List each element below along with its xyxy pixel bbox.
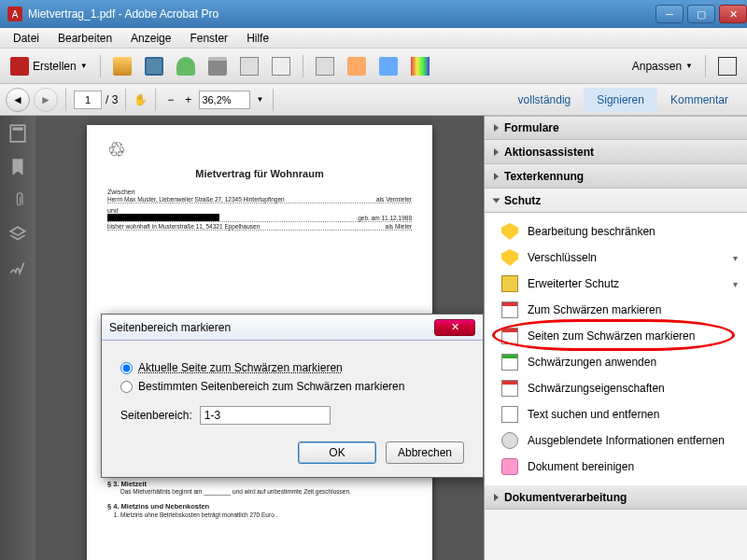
combine-icon xyxy=(347,57,366,76)
redacted-name xyxy=(107,214,219,221)
window-titlebar: A Mietvertrag_1.pdf - Adobe Acrobat Pro … xyxy=(0,0,747,28)
panel-texterkennung[interactable]: Texterkennung xyxy=(485,164,747,189)
ok-button[interactable]: OK xyxy=(298,441,376,464)
item-advanced-security[interactable]: Erweiterter Schutz▾ xyxy=(485,271,747,297)
close-button[interactable]: ✕ xyxy=(719,5,747,23)
shield-yellow-icon xyxy=(501,249,518,266)
tools-link[interactable]: vollständig xyxy=(505,88,585,112)
scan-button[interactable] xyxy=(311,53,339,79)
item-apply-redactions[interactable]: Schwärzungen anwenden xyxy=(485,349,747,375)
main-toolbar: Erstellen ▼ Anpassen ▼ xyxy=(0,49,747,84)
comment-link[interactable]: Kommentar xyxy=(657,88,741,112)
recycle-icon: ♲ xyxy=(107,138,126,161)
save-button[interactable] xyxy=(140,53,168,79)
chevron-right-icon xyxy=(494,494,499,501)
redact-pages-icon xyxy=(501,328,518,344)
zoom-in-button[interactable]: + xyxy=(181,93,195,106)
zoom-input[interactable] xyxy=(199,91,250,109)
scan-icon xyxy=(316,57,334,76)
mark-page-range-dialog: Seitenbereich markieren ✕ Aktuelle Seite… xyxy=(101,314,484,478)
combine-button[interactable] xyxy=(343,53,371,79)
create-pdf-button[interactable]: Erstellen ▼ xyxy=(6,53,92,79)
zoom-out-button[interactable]: − xyxy=(163,93,177,106)
sign-link[interactable]: Signieren xyxy=(584,88,657,112)
page-total: / 3 xyxy=(106,93,118,106)
item-remove-hidden-info[interactable]: Ausgeblendete Informationen entfernen xyxy=(485,427,747,454)
redact-props-icon xyxy=(501,380,518,397)
panel-schutz[interactable]: Schutz xyxy=(485,189,747,213)
sanitize-icon xyxy=(501,458,518,475)
radio-current-page[interactable]: Aktuelle Seite zum Schwärzen markieren xyxy=(120,361,464,374)
dialog-close-button[interactable]: ✕ xyxy=(434,319,475,336)
svg-rect-1 xyxy=(13,127,23,130)
item-redaction-properties[interactable]: Schwärzungseigenschaften xyxy=(485,375,747,401)
maximize-button[interactable]: ▢ xyxy=(687,5,715,23)
open-button[interactable] xyxy=(108,53,136,79)
hand-tool[interactable]: ✋ xyxy=(134,93,148,106)
printer-icon xyxy=(208,57,227,76)
item-search-remove-text[interactable]: Text suchen und entfernen xyxy=(485,401,747,427)
nav-toolbar: ◄ ► / 3 ✋ − + ▼ vollständig Signieren Ko… xyxy=(0,84,747,116)
shield-lock-icon xyxy=(501,275,518,292)
expand-icon xyxy=(718,57,737,76)
print-button[interactable] xyxy=(204,53,232,79)
attachments-icon[interactable] xyxy=(7,190,28,211)
email-button[interactable] xyxy=(267,53,295,79)
folder-icon xyxy=(113,57,132,76)
radio-page-range[interactable]: Bestimmten Seitenbereich zum Schwärzen m… xyxy=(120,380,464,393)
item-sanitize-document[interactable]: Dokument bereinigen xyxy=(485,454,747,480)
rainbow-icon xyxy=(411,57,430,76)
menu-hilfe[interactable]: Hilfe xyxy=(237,30,278,47)
signatures-icon[interactable] xyxy=(7,258,28,278)
page-range-input[interactable] xyxy=(200,406,331,425)
chevron-down-icon: ▾ xyxy=(733,279,738,289)
floppy-icon xyxy=(145,57,163,76)
chevron-right-icon xyxy=(494,173,499,180)
fullscreen-button[interactable] xyxy=(713,53,741,79)
menu-datei[interactable]: Datei xyxy=(4,30,49,47)
next-view-button[interactable]: ► xyxy=(34,88,58,112)
item-encrypt[interactable]: Verschlüsseln▾ xyxy=(485,245,747,271)
share-icon xyxy=(379,57,398,76)
layers-icon[interactable] xyxy=(7,224,28,245)
panel-formulare[interactable]: Formulare xyxy=(485,116,747,140)
hidden-info-icon xyxy=(501,432,518,449)
panel-dokumentverarbeitung[interactable]: Dokumentverarbeitung xyxy=(485,485,747,510)
chevron-right-icon xyxy=(494,124,499,132)
bookmarks-icon[interactable] xyxy=(7,157,28,177)
chevron-down-icon xyxy=(493,198,500,203)
pdf-icon xyxy=(10,57,29,76)
window-title: Mietvertrag_1.pdf - Adobe Acrobat Pro xyxy=(28,7,652,21)
tools-pane: Formulare Aktionsassistent Texterkennung… xyxy=(484,116,747,560)
thumbnails-icon[interactable] xyxy=(7,123,28,144)
item-restrict-editing[interactable]: Bearbeitung beschränken xyxy=(485,218,747,245)
item-mark-pages-for-redaction[interactable]: Seiten zum Schwärzen markieren xyxy=(485,323,747,349)
minimize-button[interactable]: ─ xyxy=(655,5,684,23)
share-button[interactable] xyxy=(374,53,402,79)
schutz-items: Bearbeitung beschränken Verschlüsseln▾ E… xyxy=(485,213,747,485)
menu-bearbeiten[interactable]: Bearbeiten xyxy=(49,30,121,47)
item-mark-for-redaction[interactable]: Zum Schwärzen markieren xyxy=(485,297,747,323)
export-icon xyxy=(240,57,259,76)
prev-view-button[interactable]: ◄ xyxy=(6,88,30,112)
chevron-down-icon: ▾ xyxy=(733,253,738,263)
panel-aktionsassistent[interactable]: Aktionsassistent xyxy=(485,140,747,164)
cloud-button[interactable] xyxy=(172,53,200,79)
redact-apply-icon xyxy=(501,354,518,371)
menu-anzeige[interactable]: Anzeige xyxy=(121,30,180,47)
page-number-input[interactable] xyxy=(74,91,102,109)
range-label: Seitenbereich: xyxy=(120,409,192,422)
cloud-icon xyxy=(176,57,195,76)
export-button[interactable] xyxy=(235,53,263,79)
cancel-button[interactable]: Abbrechen xyxy=(386,441,464,464)
customize-button[interactable]: Anpassen ▼ xyxy=(627,53,698,79)
search-remove-icon xyxy=(501,406,518,423)
doc-heading: Mietvertrag für Wohnraum xyxy=(107,168,412,179)
menu-fenster[interactable]: Fenster xyxy=(180,30,237,47)
menubar: Datei Bearbeiten Anzeige Fenster Hilfe xyxy=(0,28,747,49)
redact-mark-icon xyxy=(501,301,518,318)
shield-yellow-icon xyxy=(501,223,518,240)
dialog-title: Seitenbereich markieren xyxy=(109,321,434,334)
rainbow-button[interactable] xyxy=(406,53,434,79)
envelope-icon xyxy=(272,57,290,76)
